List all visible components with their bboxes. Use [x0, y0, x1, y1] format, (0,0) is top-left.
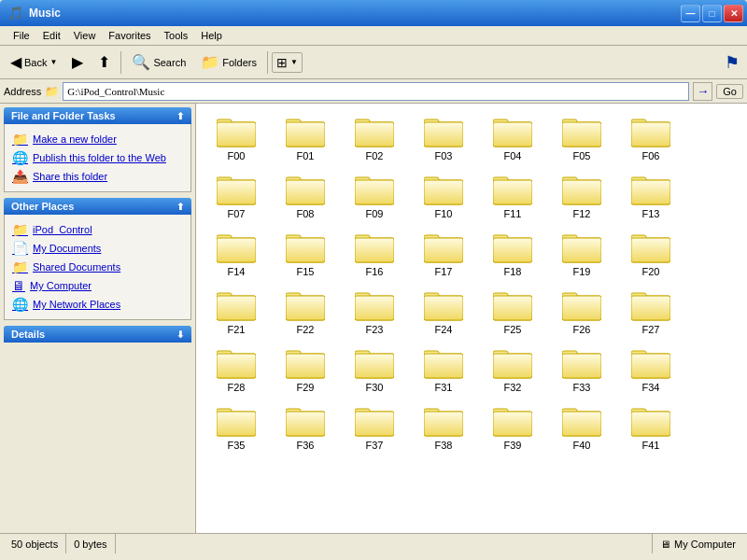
menu-bar: File Edit View Favorites Tools Help [0, 26, 747, 46]
menu-favorites[interactable]: Favorites [103, 28, 156, 43]
forward-button[interactable]: ▶ [65, 49, 90, 75]
folder-label: F10 [435, 208, 453, 219]
folder-item-f00[interactable]: F00 [204, 111, 269, 165]
details-header[interactable]: Details ⬇ [4, 326, 191, 343]
folder-label: F21 [228, 324, 246, 335]
folder-label: F39 [504, 440, 522, 451]
address-folder-icon: 📁 [45, 85, 59, 98]
maximize-button[interactable]: □ [702, 5, 722, 22]
folder-label: F09 [366, 208, 384, 219]
folder-item-f30[interactable]: F30 [342, 343, 407, 397]
folder-item-f07[interactable]: F07 [204, 169, 269, 223]
folder-item-f12[interactable]: F12 [549, 169, 614, 223]
publish-folder-label: Publish this folder to the Web [33, 152, 166, 163]
folder-item-f41[interactable]: F41 [618, 400, 684, 455]
folder-icon [355, 173, 394, 206]
share-folder-link[interactable]: 📤 Share this folder [8, 167, 187, 186]
folder-item-f04[interactable]: F04 [480, 111, 545, 165]
folder-item-f09[interactable]: F09 [342, 169, 407, 223]
svg-rect-11 [424, 122, 463, 147]
shared-documents-link[interactable]: 📁 Shared Documents [8, 258, 187, 276]
folder-item-f34[interactable]: F34 [618, 343, 684, 397]
folder-item-f23[interactable]: F23 [342, 285, 407, 339]
folder-item-f06[interactable]: F06 [618, 111, 684, 165]
folders-button[interactable]: 📁 Folders [194, 49, 263, 75]
my-computer-link[interactable]: 🖥 My Computer [8, 276, 187, 295]
folder-item-f33[interactable]: F33 [549, 343, 614, 397]
folder-item-f24[interactable]: F24 [411, 285, 476, 339]
folder-label: F37 [366, 440, 384, 451]
folder-item-f39[interactable]: F39 [480, 400, 545, 455]
folder-item-f35[interactable]: F35 [204, 400, 269, 455]
ipod-control-link[interactable]: 📁 iPod_Control [8, 220, 187, 239]
svg-rect-68 [286, 296, 325, 320]
folder-item-f21[interactable]: F21 [204, 285, 269, 339]
file-folder-tasks-header[interactable]: File and Folder Tasks ⬆ [4, 107, 191, 124]
folder-icon [631, 288, 670, 322]
other-places-header[interactable]: Other Places ⬆ [4, 198, 191, 215]
folder-item-f29[interactable]: F29 [273, 343, 338, 397]
folder-label: F14 [228, 266, 246, 277]
svg-rect-86 [217, 354, 256, 378]
status-objects-label: 50 objects [11, 539, 58, 550]
folder-icon [355, 115, 394, 148]
ipod-control-label: iPod_Control [33, 224, 92, 235]
folder-item-f40[interactable]: F40 [549, 400, 614, 455]
folder-item-f32[interactable]: F32 [480, 343, 545, 397]
folder-item-f28[interactable]: F28 [204, 343, 269, 397]
folder-item-f16[interactable]: F16 [342, 227, 407, 281]
make-new-folder-link[interactable]: 📁 Make a new folder [8, 130, 187, 148]
svg-rect-17 [562, 122, 601, 147]
folder-item-f08[interactable]: F08 [273, 169, 338, 223]
svg-rect-59 [562, 238, 601, 262]
folder-item-f01[interactable]: F01 [273, 111, 338, 165]
folder-item-f37[interactable]: F37 [342, 400, 407, 455]
views-button[interactable]: ⊞ ▼ [272, 52, 303, 73]
close-button[interactable]: ✕ [724, 5, 743, 22]
folder-item-f31[interactable]: F31 [411, 343, 476, 397]
svg-rect-38 [562, 180, 601, 204]
menu-help[interactable]: Help [195, 28, 228, 43]
folder-item-f25[interactable]: F25 [480, 285, 545, 339]
menu-tools[interactable]: Tools [159, 28, 194, 43]
my-documents-link[interactable]: 📄 My Documents [8, 239, 187, 258]
menu-edit[interactable]: Edit [37, 28, 66, 43]
menu-view[interactable]: View [68, 28, 102, 43]
address-input[interactable] [63, 82, 689, 101]
folder-item-f18[interactable]: F18 [480, 227, 545, 281]
folder-item-f22[interactable]: F22 [273, 285, 338, 339]
back-icon: ◀ [10, 53, 21, 71]
search-button[interactable]: 🔍 Search [125, 49, 192, 75]
folder-item-f19[interactable]: F19 [549, 227, 614, 281]
svg-rect-47 [286, 238, 325, 262]
go-button[interactable]: Go [716, 84, 743, 99]
folder-grid: F00 F01 [204, 111, 740, 455]
folder-item-f36[interactable]: F36 [273, 400, 338, 455]
folder-item-f38[interactable]: F38 [411, 400, 476, 455]
back-button[interactable]: ◀ Back ▼ [4, 49, 63, 75]
menu-file[interactable]: File [7, 28, 35, 43]
publish-folder-link[interactable]: 🌐 Publish this folder to the Web [8, 148, 187, 167]
address-go-arrow[interactable]: → [693, 82, 712, 101]
svg-rect-74 [424, 296, 463, 320]
folder-item-f03[interactable]: F03 [411, 111, 476, 165]
folder-item-f26[interactable]: F26 [549, 285, 614, 339]
folder-item-f17[interactable]: F17 [411, 227, 476, 281]
svg-rect-8 [355, 122, 394, 147]
folder-item-f13[interactable]: F13 [618, 169, 684, 223]
minimize-button[interactable]: — [681, 5, 700, 22]
up-button[interactable]: ⬆ [92, 49, 117, 75]
folder-item-f14[interactable]: F14 [204, 227, 269, 281]
folder-item-f11[interactable]: F11 [480, 169, 545, 223]
folder-item-f05[interactable]: F05 [549, 111, 614, 165]
folder-item-f20[interactable]: F20 [618, 227, 684, 281]
folder-icon [562, 404, 601, 438]
my-network-places-link[interactable]: 🌐 My Network Places [8, 295, 187, 314]
folder-icon [217, 404, 256, 438]
folder-item-f27[interactable]: F27 [618, 285, 684, 339]
folder-label: F32 [504, 382, 522, 393]
folder-item-f15[interactable]: F15 [273, 227, 338, 281]
folder-item-f10[interactable]: F10 [411, 169, 476, 223]
folder-item-f02[interactable]: F02 [342, 111, 407, 165]
folder-label: F22 [297, 324, 315, 335]
